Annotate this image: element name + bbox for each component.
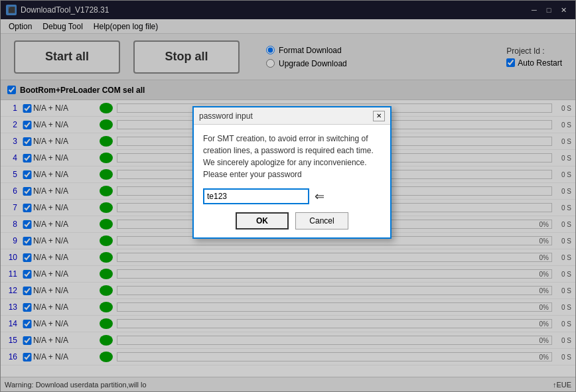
password-dialog: password input ✕ For SMT creation, to av… — [192, 106, 392, 239]
dialog-title: password input — [199, 111, 253, 121]
dialog-input-row: ⇐ — [203, 188, 381, 204]
password-input[interactable] — [203, 188, 309, 204]
dialog-message: For SMT creation, to avoid error in swit… — [203, 133, 381, 180]
dialog-buttons: OK Cancel — [203, 212, 381, 229]
dialog-close-button[interactable]: ✕ — [373, 111, 385, 121]
dialog-body: For SMT creation, to avoid error in swit… — [194, 125, 390, 237]
dialog-overlay: password input ✕ For SMT creation, to av… — [0, 0, 576, 392]
dialog-title-bar: password input ✕ — [194, 107, 390, 125]
dialog-cancel-button[interactable]: Cancel — [295, 212, 348, 229]
dialog-ok-button[interactable]: OK — [236, 212, 289, 229]
arrow-icon: ⇐ — [315, 189, 324, 204]
